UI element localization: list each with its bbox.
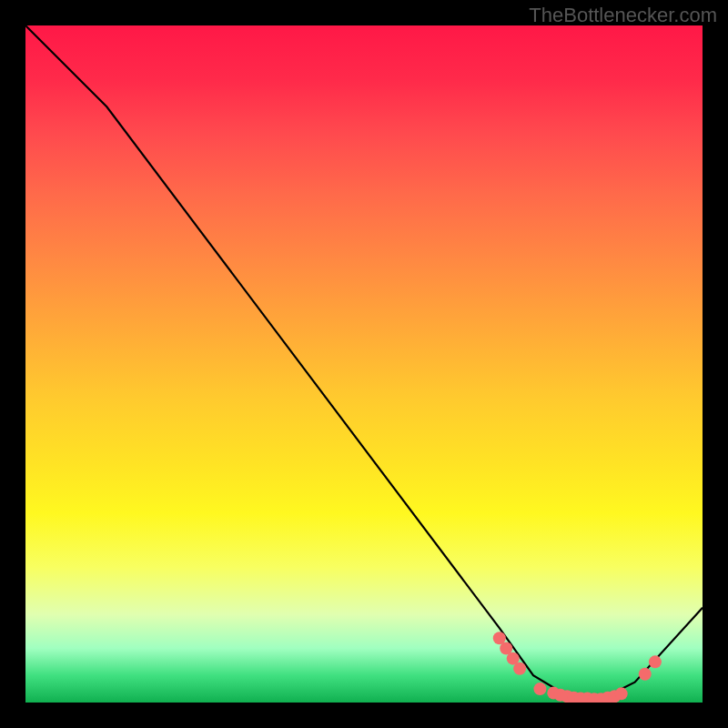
- bottleneck-curve: [25, 25, 703, 699]
- chart-svg: [25, 25, 703, 703]
- chart-plot-area: [25, 25, 703, 703]
- chart-marker: [649, 655, 662, 668]
- chart-marker: [615, 687, 628, 700]
- chart-marker: [513, 662, 526, 675]
- chart-markers: [493, 632, 662, 703]
- watermark-text: TheBottlenecker.com: [529, 4, 717, 27]
- chart-marker: [533, 682, 546, 695]
- chart-marker: [639, 668, 652, 681]
- chart-line: [25, 25, 703, 699]
